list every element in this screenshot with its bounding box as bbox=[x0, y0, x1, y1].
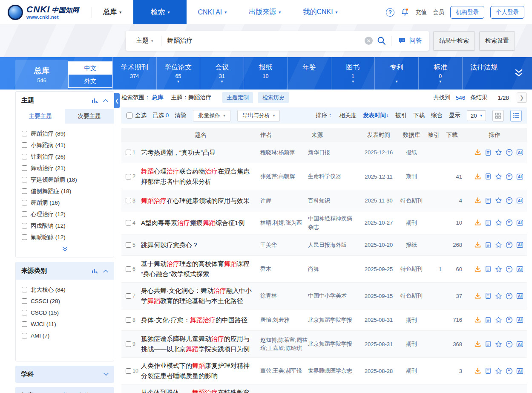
recharge-link[interactable]: 充值 bbox=[415, 9, 427, 16]
db-tab-3[interactable]: 报纸10 bbox=[244, 57, 288, 90]
favorite-icon[interactable] bbox=[495, 241, 502, 249]
lang-tab-chinese[interactable]: 中文 bbox=[69, 62, 112, 75]
row-checkbox[interactable] bbox=[126, 293, 131, 299]
row-checkbox[interactable] bbox=[126, 174, 131, 179]
html-icon[interactable] bbox=[485, 220, 492, 226]
ai-icon[interactable]: AI bbox=[516, 341, 523, 348]
row-checkbox[interactable] bbox=[126, 198, 131, 203]
topic-filter-checkbox[interactable] bbox=[22, 223, 27, 228]
quote-icon[interactable]: ” bbox=[506, 367, 513, 375]
source-filter-checkbox[interactable] bbox=[22, 321, 27, 327]
db-tab-6[interactable]: 专利▼ bbox=[374, 57, 418, 90]
nav-search[interactable]: 检索▾ bbox=[133, 0, 187, 24]
select-all-checkbox[interactable]: 全选 bbox=[127, 112, 147, 119]
result-source[interactable]: 新华日报 bbox=[308, 148, 360, 157]
sort-downloads[interactable]: 下载 bbox=[413, 112, 425, 119]
topic-filter-checkbox[interactable] bbox=[22, 177, 27, 182]
search-history-button[interactable]: 检索历史 bbox=[258, 92, 289, 103]
download-icon[interactable] bbox=[474, 197, 481, 204]
quote-icon[interactable]: ” bbox=[506, 197, 513, 204]
search-in-results-button[interactable]: 结果中检索 bbox=[433, 31, 475, 51]
favorite-icon[interactable] bbox=[495, 367, 502, 375]
download-icon[interactable] bbox=[474, 292, 481, 300]
result-title-link[interactable]: 跳舞何以疗愈身心？ bbox=[141, 240, 260, 250]
db-tab-8[interactable]: 法律法规 bbox=[462, 57, 506, 90]
result-source[interactable]: 中国神经精神疾病杂志 bbox=[308, 214, 360, 231]
row-checkbox[interactable] bbox=[126, 266, 131, 272]
topic-filter-item[interactable]: 舞动治疗 (21) bbox=[22, 162, 108, 174]
tab-main-topic[interactable]: 主要主题 bbox=[16, 109, 65, 124]
source-filter-item[interactable]: CSSCI (28) bbox=[22, 295, 108, 307]
ai-icon[interactable]: AI bbox=[516, 367, 523, 375]
topic-filter-item[interactable]: 针刺治疗 (26) bbox=[22, 151, 108, 162]
search-icon[interactable] bbox=[377, 36, 386, 45]
result-title-link[interactable]: 艺考热退潮，“真功夫”凸显 bbox=[141, 147, 260, 158]
html-icon[interactable] bbox=[485, 197, 492, 204]
sort-publish-date[interactable]: 发表时间↓ bbox=[363, 112, 389, 119]
ai-icon[interactable]: AI bbox=[516, 266, 523, 273]
quote-icon[interactable]: ” bbox=[506, 241, 513, 249]
download-icon[interactable] bbox=[474, 219, 481, 226]
favorite-icon[interactable] bbox=[495, 219, 502, 226]
tab-secondary-topic[interactable]: 次要主题 bbox=[65, 109, 114, 124]
export-analyze-dropdown[interactable]: 导出与分析▾ bbox=[237, 110, 280, 121]
ai-icon[interactable]: AI bbox=[516, 219, 523, 226]
result-title-link[interactable]: 身心共舞·文化润心：舞动治疗融入中小学舞蹈教育的理论基础与本土化路径 bbox=[141, 286, 260, 306]
more-databases-button[interactable] bbox=[506, 57, 532, 90]
list-view-icon[interactable] bbox=[510, 110, 522, 121]
result-authors[interactable]: 徐青林 bbox=[260, 292, 308, 300]
personal-login-button[interactable]: 个人登录 bbox=[490, 6, 524, 19]
source-filter-checkbox[interactable] bbox=[22, 310, 27, 315]
html-icon[interactable] bbox=[485, 341, 492, 347]
result-authors[interactable]: 董乾;王美;郝军锋 bbox=[260, 367, 308, 375]
cnki-logo[interactable]: CNKI 中国知网 www.cnki.net bbox=[0, 0, 85, 24]
topic-filter-checkbox[interactable] bbox=[22, 165, 27, 171]
ai-icon[interactable]: AI bbox=[516, 241, 523, 249]
clear-selection-button[interactable]: 清除 bbox=[175, 112, 186, 119]
year-filter-panel[interactable]: 年度 时间↓ 文献量↓ bbox=[15, 387, 114, 393]
db-tab-7[interactable]: 标准0▼ bbox=[418, 57, 462, 90]
result-source[interactable]: 生命科学仪器 bbox=[308, 172, 360, 181]
download-icon[interactable] bbox=[474, 367, 481, 375]
result-source[interactable]: 尚舞 bbox=[308, 265, 360, 273]
subject-filter-panel[interactable]: 学科 bbox=[15, 366, 114, 383]
result-title-link[interactable]: 孤独症谱系障碍儿童舞动治疗的应用与挑战——以北京舞蹈学院实践项目为例 bbox=[141, 334, 260, 354]
chart-icon[interactable] bbox=[92, 98, 98, 103]
html-icon[interactable] bbox=[485, 149, 492, 156]
search-settings-button[interactable]: 检索设置 bbox=[479, 31, 515, 51]
quote-icon[interactable]: ” bbox=[506, 341, 513, 348]
page-size-select[interactable]: 20▾ bbox=[467, 110, 486, 121]
result-authors[interactable]: 王美华 bbox=[260, 241, 308, 249]
topic-filter-checkbox[interactable] bbox=[22, 142, 27, 148]
source-filter-checkbox[interactable] bbox=[22, 287, 27, 292]
help-icon[interactable]: ? bbox=[386, 8, 394, 17]
result-authors[interactable]: 许婵 bbox=[260, 196, 308, 205]
result-title-link[interactable]: 从个体到群体——舞蹈治疗在特殊教育与社会支持体系中的实践探索 bbox=[141, 387, 260, 393]
result-source[interactable]: 人民日报海外版 bbox=[308, 241, 360, 249]
search-input[interactable] bbox=[161, 37, 365, 44]
db-tab-1[interactable]: 学位论文65▼ bbox=[156, 57, 200, 90]
org-login-button[interactable]: 机构登录 bbox=[450, 6, 484, 19]
quote-icon[interactable]: ” bbox=[506, 292, 513, 300]
source-filter-item[interactable]: AMI (7) bbox=[22, 330, 108, 341]
download-icon[interactable] bbox=[474, 316, 481, 324]
result-authors[interactable]: 林晴;利婧;张为西 bbox=[260, 219, 308, 227]
topic-filter-item[interactable]: 小舞蹈病 (41) bbox=[22, 139, 108, 151]
html-icon[interactable] bbox=[485, 317, 492, 324]
result-source[interactable]: 百科知识 bbox=[308, 196, 360, 205]
quote-icon[interactable]: ” bbox=[506, 149, 513, 156]
db-tab-2[interactable]: 会议31▼ bbox=[200, 57, 244, 90]
result-authors[interactable]: 张延芹;高朝辉 bbox=[260, 172, 308, 181]
source-filter-item[interactable]: CSCD (15) bbox=[22, 307, 108, 318]
sort-comprehensive[interactable]: 综合 bbox=[431, 112, 443, 119]
sidebar-collapse-button[interactable]: ❮ bbox=[114, 93, 120, 108]
result-title-link[interactable]: 人类作业模式下的舞蹈康复护理对精神分裂症患者睡眠质量的影响 bbox=[141, 361, 260, 381]
topic-filter-item[interactable]: 丙戊酸钠 (12) bbox=[22, 220, 108, 231]
download-icon[interactable] bbox=[474, 241, 481, 249]
topic-filter-item[interactable]: 舞蹈病 (16) bbox=[22, 197, 108, 208]
nav-zongku[interactable]: 总库▾ bbox=[99, 0, 126, 24]
search-field-selector[interactable]: 主题▾ bbox=[126, 37, 161, 45]
row-checkbox[interactable] bbox=[126, 317, 131, 323]
result-title-link[interactable]: 身体·文化·疗愈：舞蹈治疗的中国路径 bbox=[141, 315, 260, 325]
result-authors[interactable]: 唐怡;刘若雅 bbox=[260, 316, 308, 324]
